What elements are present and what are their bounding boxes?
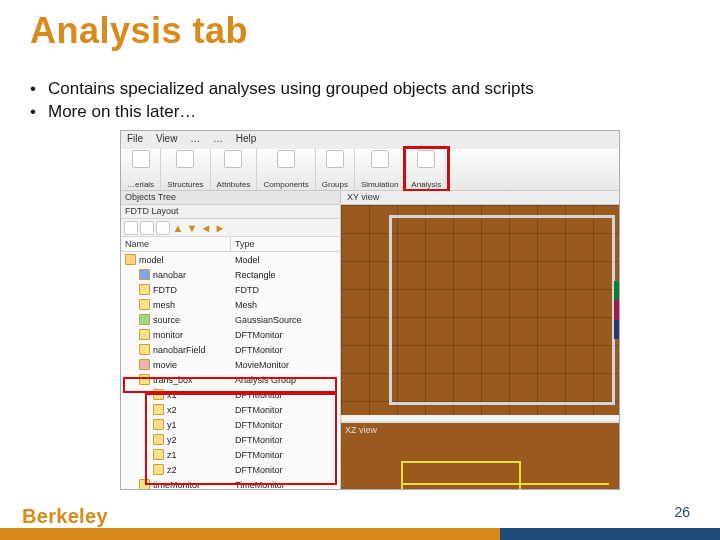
objects-tree-root[interactable]: FDTD Layout xyxy=(121,205,340,219)
view-tab-xz: XZ view xyxy=(345,425,377,435)
tree-row[interactable]: x1DFTMonitor xyxy=(121,387,340,402)
menu-item[interactable]: File xyxy=(127,133,143,144)
tree-item-type: DFTMonitor xyxy=(231,435,340,445)
tree-item-icon xyxy=(139,284,150,295)
tree-item-icon xyxy=(153,434,164,445)
tree-item-type: DFTMonitor xyxy=(231,465,340,475)
menu-item[interactable]: View xyxy=(156,133,178,144)
tree-row[interactable]: meshMesh xyxy=(121,297,340,312)
ribbon-label: Attributes xyxy=(217,180,251,189)
axis-indicator xyxy=(614,281,620,339)
tree-row[interactable]: y1DFTMonitor xyxy=(121,417,340,432)
simulation-icon xyxy=(371,150,389,168)
slide-title: Analysis tab xyxy=(30,10,248,52)
tree-row[interactable]: monitorDFTMonitor xyxy=(121,327,340,342)
ribbon: …erials Structures Attributes Components… xyxy=(121,149,619,191)
tree-item-name: z2 xyxy=(167,465,177,475)
arrow-right-icon[interactable]: ► xyxy=(214,222,226,234)
components-icon xyxy=(277,150,295,168)
footer-bar-blue xyxy=(500,528,720,540)
tree-item-icon xyxy=(153,389,164,400)
logo-text: Berkeley xyxy=(22,505,108,527)
tree-item-type: Analysis Group xyxy=(231,375,340,385)
tree-row[interactable]: FDTDFDTD xyxy=(121,282,340,297)
screenshot-wrap: File View … … Help …erials Structures At… xyxy=(120,130,620,490)
arrow-down-icon[interactable]: ▼ xyxy=(186,222,198,234)
tree-item-name: timeMonitor xyxy=(153,480,200,490)
arrow-left-icon[interactable]: ◄ xyxy=(200,222,212,234)
tree-item-name: source xyxy=(153,315,180,325)
tree-item-icon xyxy=(125,254,136,265)
col-name[interactable]: Name xyxy=(121,237,231,251)
toolbar-icon[interactable] xyxy=(140,221,154,235)
tree-item-name: x1 xyxy=(167,390,177,400)
bullet-item: More on this later… xyxy=(30,101,534,124)
tree-row[interactable]: x2DFTMonitor xyxy=(121,402,340,417)
ribbon-label: Structures xyxy=(167,180,203,189)
page-number: 26 xyxy=(674,504,690,520)
ribbon-group-structures[interactable]: Structures xyxy=(161,148,210,190)
attributes-icon xyxy=(224,150,242,168)
view-area: XY view XZ view xyxy=(341,191,619,489)
ribbon-group-analysis[interactable]: Analysis xyxy=(405,148,448,190)
tree-item-icon xyxy=(153,419,164,430)
menu-item[interactable]: … xyxy=(190,133,200,144)
tree-item-icon xyxy=(139,269,150,280)
bullet-item: Contains specialized analyses using grou… xyxy=(30,78,534,101)
objects-tree-title: Objects Tree xyxy=(121,191,340,205)
xz-view[interactable]: XZ view xyxy=(341,421,619,489)
tree-item-type: DFTMonitor xyxy=(231,450,340,460)
bullet-list: Contains specialized analyses using grou… xyxy=(30,78,534,124)
tree-item-name: model xyxy=(139,255,164,265)
tree-item-name: mesh xyxy=(153,300,175,310)
ribbon-group-components[interactable]: Components xyxy=(257,148,315,190)
toolbar-icon[interactable] xyxy=(124,221,138,235)
tree-item-name: y2 xyxy=(167,435,177,445)
groups-icon xyxy=(326,150,344,168)
tree-item-icon xyxy=(139,359,150,370)
tree-row[interactable]: movieMovieMonitor xyxy=(121,357,340,372)
view-tab-xy[interactable]: XY view xyxy=(341,191,619,205)
tree-row[interactable]: z2DFTMonitor xyxy=(121,462,340,477)
tree-item-type: DFTMonitor xyxy=(231,390,340,400)
tree-row[interactable]: trans_boxAnalysis Group xyxy=(121,372,340,387)
arrow-up-icon[interactable]: ▲ xyxy=(172,222,184,234)
tree-row[interactable]: nanobarFieldDFTMonitor xyxy=(121,342,340,357)
footer-bar-orange xyxy=(0,528,500,540)
tree-item-type: Model xyxy=(231,255,340,265)
menu-bar: File View … … Help xyxy=(121,131,619,149)
ribbon-label: Analysis xyxy=(411,180,441,189)
tree-item-type: GaussianSource xyxy=(231,315,340,325)
tree-row[interactable]: y2DFTMonitor xyxy=(121,432,340,447)
objects-tree-panel: Objects Tree FDTD Layout ▲ ▼ ◄ ► Name Ty… xyxy=(121,191,341,489)
xz-marker xyxy=(401,461,521,490)
tree-row[interactable]: timeMonitorTimeMonitor xyxy=(121,477,340,490)
tree-item-name: movie xyxy=(153,360,177,370)
tree-item-icon xyxy=(139,344,150,355)
tree-item-icon xyxy=(139,374,150,385)
ribbon-label: Components xyxy=(263,180,308,189)
ribbon-group-simulation[interactable]: Simulation xyxy=(355,148,405,190)
tree-item-name: nanobar xyxy=(153,270,186,280)
tree-row[interactable]: sourceGaussianSource xyxy=(121,312,340,327)
tree-body: modelModelnanobarRectangleFDTDFDTDmeshMe… xyxy=(121,252,340,490)
toolbar-icon[interactable] xyxy=(156,221,170,235)
xy-view[interactable] xyxy=(341,205,619,415)
col-type[interactable]: Type xyxy=(231,237,340,251)
tree-item-name: trans_box xyxy=(153,375,193,385)
ribbon-group-groups[interactable]: Groups xyxy=(316,148,355,190)
tree-item-type: DFTMonitor xyxy=(231,330,340,340)
tree-row[interactable]: z1DFTMonitor xyxy=(121,447,340,462)
tree-row[interactable]: nanobarRectangle xyxy=(121,267,340,282)
tree-item-name: nanobarField xyxy=(153,345,206,355)
menu-item[interactable]: … xyxy=(213,133,223,144)
ribbon-group-materials[interactable]: …erials xyxy=(121,148,161,190)
ribbon-label: …erials xyxy=(127,180,154,189)
menu-item[interactable]: Help xyxy=(236,133,257,144)
ribbon-group-attributes[interactable]: Attributes xyxy=(211,148,258,190)
tree-item-name: z1 xyxy=(167,450,177,460)
tree-item-name: monitor xyxy=(153,330,183,340)
tree-row[interactable]: modelModel xyxy=(121,252,340,267)
tree-item-type: TimeMonitor xyxy=(231,480,340,490)
ribbon-label: Groups xyxy=(322,180,348,189)
